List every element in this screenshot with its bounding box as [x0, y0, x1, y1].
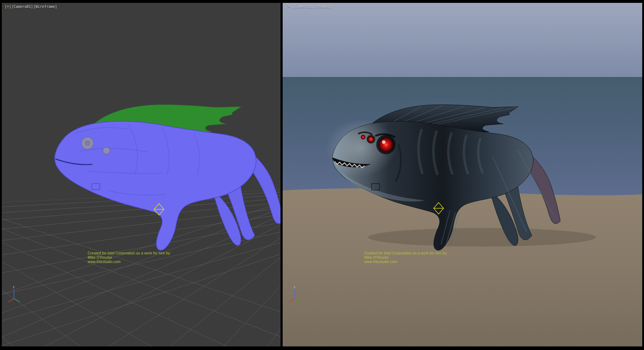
ground-plane[interactable]	[283, 188, 642, 346]
credit-line: www.fritzstudio.com	[364, 260, 448, 264]
credit-line: Mike O'Rourke	[88, 256, 171, 260]
viewport-shaded[interactable]: [+][Camera01][Shaded]	[283, 3, 642, 346]
sky-backdrop	[283, 3, 642, 78]
viewport-menu-button[interactable]: [+]	[5, 5, 11, 9]
wireframe-scene-canvas[interactable]	[2, 3, 280, 346]
credit-text: Created for Intel Corporation as a work …	[88, 251, 171, 264]
viewport-label-left: [+][Camera01][Wireframe]	[5, 5, 58, 9]
credit-line: www.fritzstudio.com	[88, 260, 171, 264]
shaded-scene-canvas[interactable]	[283, 3, 642, 346]
credit-text: Created for Intel Corporation as a work …	[364, 251, 448, 264]
credit-line: Created for Intel Corporation as a work …	[364, 251, 448, 256]
world-axis-tripod: z	[287, 284, 303, 304]
viewport-label-right: [+][Camera01][Shaded]	[286, 5, 332, 9]
world-axis-tripod: z	[6, 284, 22, 304]
credit-line: Created for Intel Corporation as a work …	[88, 251, 171, 256]
viewport-split-area: [+][Camera01][Wireframe]	[0, 0, 644, 350]
axis-z-label: z	[294, 285, 296, 289]
viewport-camera-button[interactable]: [Camera01]	[292, 5, 314, 9]
fish-model-wireframe[interactable]	[55, 105, 280, 251]
viewport-shading-button[interactable]: [Wireframe]	[33, 5, 57, 9]
viewport-wireframe[interactable]: [+][Camera01][Wireframe]	[2, 3, 280, 346]
axis-z-label: z	[13, 285, 15, 289]
viewport-camera-button[interactable]: [Camera01]	[11, 5, 33, 9]
fish-ground-shadow	[368, 228, 596, 247]
viewport-menu-button[interactable]: [+]	[286, 5, 292, 9]
credit-line: Mike O'Rourke	[364, 256, 448, 260]
viewport-shading-button[interactable]: [Shaded]	[314, 5, 331, 9]
